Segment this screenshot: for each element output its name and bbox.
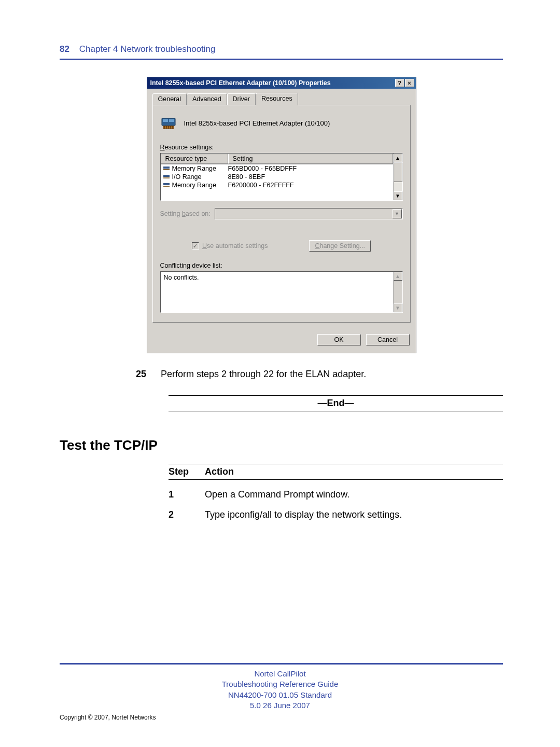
action-table: Step Action 1 Open a Command Prompt wind… [169, 464, 503, 520]
col-step: Step [169, 466, 205, 477]
properties-dialog: Intel 8255x-based PCI Ethernet Adapter (… [147, 77, 416, 353]
ok-button[interactable]: OK [317, 334, 361, 345]
section-heading-tcpip: Test the TCP/IP [60, 437, 503, 453]
resource-icon [163, 173, 170, 181]
footer-line2: Troubleshooting Reference Guide [0, 679, 560, 689]
col-setting: Setting [228, 154, 393, 164]
list-item[interactable]: I/O Range 8E80 - 8EBF [161, 173, 393, 181]
list-header: Resource type Setting [161, 154, 393, 164]
step-number: 1 [169, 489, 205, 500]
setting-based-combo: ▼ [215, 208, 403, 219]
cancel-button[interactable]: Cancel [366, 334, 410, 345]
table-row: 2 Type ipconfig/all to display the netwo… [169, 509, 503, 520]
resource-type: Memory Range [172, 182, 216, 189]
table-row: 1 Open a Command Prompt window. [169, 489, 503, 500]
col-resource-type: Resource type [161, 154, 228, 164]
step-25: 25 Perform steps 2 through 22 for the EL… [60, 369, 503, 380]
action-text: Type ipconfig/all to display the network… [205, 509, 402, 520]
resource-settings-label: Resource settings: [160, 144, 403, 151]
col-action: Action [205, 466, 234, 477]
tab-panel-resources: Intel 8255x-based PCI Ethernet Adapter (… [152, 105, 411, 323]
svg-rect-14 [163, 186, 170, 187]
tab-resources[interactable]: Resources [256, 93, 298, 105]
scroll-thumb[interactable] [394, 162, 402, 182]
resource-listbox[interactable]: Resource type Setting Memory Range F65BD… [160, 153, 403, 201]
end-rule-bottom [169, 411, 503, 411]
resource-type: Memory Range [172, 165, 216, 172]
svg-rect-13 [163, 183, 170, 185]
chevron-down-icon: ▼ [393, 209, 402, 218]
action-table-header: Step Action [169, 464, 503, 480]
step-number: 2 [169, 509, 205, 520]
footer-line3: NN44200-700 01.05 Standard [0, 690, 560, 700]
resource-value: F6200000 - F62FFFFF [228, 182, 393, 189]
svg-rect-12 [163, 177, 170, 178]
list-item[interactable]: Memory Range F65BD000 - F65BDFFF [161, 164, 393, 173]
resource-icon [163, 165, 170, 172]
scrollbar[interactable]: ▲ ▼ [393, 154, 402, 200]
svg-rect-2 [169, 119, 174, 122]
footer-line1: Nortel CallPilot [0, 669, 560, 679]
titlebar: Intel 8255x-based PCI Ethernet Adapter (… [147, 77, 416, 89]
tab-advanced[interactable]: Advanced [187, 93, 227, 106]
footer-line4: 5.0 26 June 2007 [0, 700, 560, 711]
setting-based-label: Setting based on: [160, 210, 211, 217]
scroll-down-icon[interactable]: ▼ [394, 191, 402, 200]
change-setting-button: Change Setting... [309, 240, 371, 252]
step-number: 25 [60, 369, 161, 380]
scroll-up-icon: ▲ [394, 272, 402, 281]
copyright: Copyright © 2007, Nortel Networks [60, 714, 156, 721]
action-text: Open a Command Prompt window. [205, 489, 349, 500]
svg-rect-9 [163, 167, 170, 169]
svg-rect-11 [163, 175, 170, 177]
scroll-down-icon: ▼ [394, 303, 402, 312]
list-item[interactable]: Memory Range F6200000 - F62FFFFF [161, 181, 393, 189]
help-icon[interactable]: ? [395, 79, 404, 87]
end-marker: —End— [169, 398, 503, 409]
conflict-list: No conflicts. ▲ ▼ [160, 271, 403, 313]
end-rule-top [169, 395, 503, 396]
conflict-list-label: Conflicting device list: [160, 262, 403, 269]
resource-value: 8E80 - 8EBF [228, 173, 393, 181]
page-footer: Nortel CallPilot Troubleshooting Referen… [0, 663, 560, 711]
close-icon[interactable]: × [405, 79, 414, 87]
dialog-title: Intel 8255x-based PCI Ethernet Adapter (… [149, 79, 331, 87]
svg-rect-10 [163, 169, 170, 170]
resource-value: F65BD000 - F65BDFFF [228, 165, 393, 172]
chapter-title: Chapter 4 Network troubleshooting [72, 44, 216, 54]
page-number: 82 [60, 44, 69, 54]
scroll-up-icon[interactable]: ▲ [394, 154, 402, 162]
page-header: 82 Chapter 4 Network troubleshooting [60, 44, 503, 54]
use-automatic-checkbox: ✓ Use automatic settings [192, 242, 268, 250]
adapter-icon [160, 115, 177, 131]
svg-rect-1 [163, 119, 168, 122]
checkbox-icon: ✓ [192, 242, 199, 250]
resource-type: I/O Range [172, 173, 202, 181]
tab-strip: General Advanced Driver Resources [152, 93, 411, 105]
step-text: Perform steps 2 through 22 for the ELAN … [161, 369, 503, 380]
scrollbar: ▲ ▼ [393, 272, 402, 312]
tab-driver[interactable]: Driver [227, 93, 256, 106]
conflict-text: No conflicts. [161, 272, 393, 312]
footer-rule [60, 663, 503, 665]
tab-general[interactable]: General [152, 93, 187, 106]
device-name: Intel 8255x-based PCI Ethernet Adapter (… [184, 119, 330, 127]
header-rule [60, 59, 503, 60]
resource-icon [163, 182, 170, 189]
